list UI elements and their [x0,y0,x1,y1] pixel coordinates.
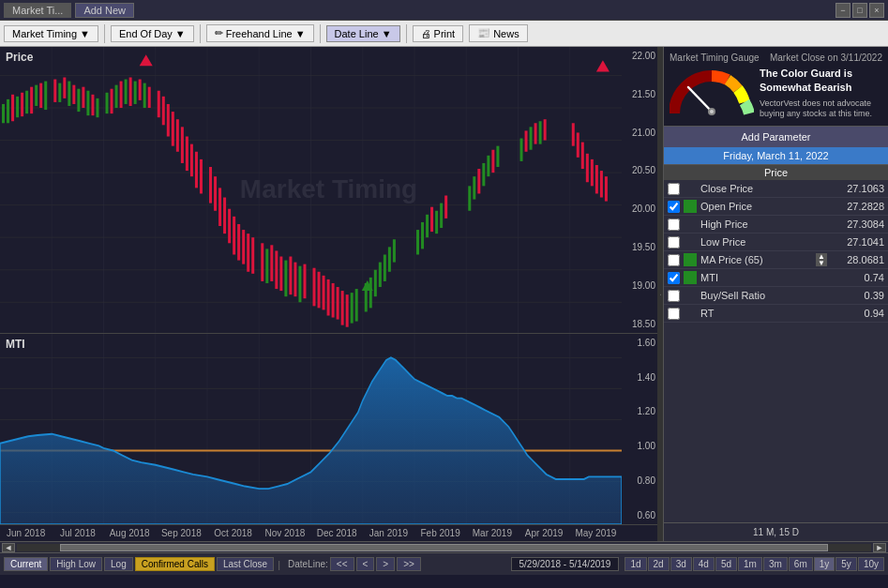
svg-rect-122 [591,159,594,186]
confirmed-calls-btn[interactable]: Confirmed Calls [135,557,215,571]
tr-5d[interactable]: 5d [715,557,737,571]
freehand-line-btn[interactable]: ✏ Freehand Line ▼ [206,24,314,42]
svg-rect-44 [125,80,128,104]
minimize-button[interactable]: − [835,3,850,18]
ma-price-down[interactable]: ▼ [816,260,827,266]
restore-button[interactable]: □ [852,3,867,18]
close-price-checkbox[interactable] [668,183,680,195]
low-price-checkbox[interactable] [668,236,680,249]
print-btn[interactable]: 🖨 Print [413,25,464,42]
chart-area: Price Market Timing [0,47,657,541]
market-timing-tab[interactable]: Market Ti... [4,3,71,18]
high-low-btn[interactable]: High Low [50,557,102,571]
svg-rect-82 [323,276,325,310]
ma-price-value: 28.0681 [833,254,884,265]
tr-1d[interactable]: 1d [625,557,646,571]
low-price-label: Low Price [700,236,829,248]
svg-rect-26 [35,85,38,106]
svg-rect-84 [332,283,335,318]
tr-5y[interactable]: 5y [835,557,857,571]
market-timing-btn[interactable]: Market Timing ▼ [4,25,98,42]
dateline-back-btn[interactable]: < [356,557,375,571]
svg-rect-88 [351,293,354,324]
svg-rect-61 [214,176,217,211]
svg-rect-87 [346,294,349,327]
mti-checkbox[interactable] [668,272,680,284]
svg-rect-51 [162,97,165,125]
end-of-day-btn[interactable]: End Of Day ▼ [111,25,194,42]
rt-checkbox[interactable] [668,308,680,320]
svg-rect-58 [195,152,198,188]
news-btn[interactable]: 📰 News [469,24,528,42]
price-y-label-5: 20.00 [624,204,655,214]
buy-sell-row: Buy/Sell Ratio 0.39 [664,287,888,305]
svg-rect-47 [139,80,142,100]
svg-rect-108 [482,163,485,186]
open-price-checkbox[interactable] [668,201,680,213]
svg-rect-24 [25,91,28,113]
buy-sell-checkbox[interactable] [668,290,680,302]
price-y-label-2: 21.50 [624,89,655,99]
close-button[interactable]: × [869,3,884,18]
ma-price-checkbox[interactable] [668,254,680,266]
x-label-nov2018: Nov 2018 [259,528,310,538]
svg-rect-113 [525,130,528,151]
tr-3m[interactable]: 3m [763,557,788,571]
x-label-may2019: May 2019 [570,528,622,538]
svg-rect-63 [223,198,226,234]
date-line-label: Date Line [335,28,379,39]
last-close-btn[interactable]: Last Close [217,557,274,571]
svg-rect-95 [384,254,386,280]
tr-6m[interactable]: 6m [789,557,813,571]
scroll-thumb[interactable] [60,544,829,551]
x-label-oct2018: Oct 2018 [207,528,259,538]
high-price-checkbox[interactable] [668,219,680,231]
svg-rect-101 [430,207,433,232]
tr-2d[interactable]: 2d [648,557,670,571]
svg-rect-94 [379,263,382,287]
price-chart-svg [0,47,622,333]
scroll-track[interactable] [17,544,871,551]
tr-3d[interactable]: 3d [670,557,692,571]
freehand-label: Freehand Line [226,28,293,39]
buy-sell-label: Buy/Sell Ratio [700,290,829,301]
horizontal-scrollbar[interactable]: ◄ ► [0,541,888,552]
right-panel: Market Timing Gauge Market Close on 3/11… [663,47,888,541]
svg-rect-35 [77,89,80,112]
add-parameter-button[interactable]: Add Parameter [664,127,888,147]
date-line-btn[interactable]: Date Line ▼ [326,25,400,42]
svg-rect-69 [251,237,254,274]
svg-rect-36 [82,87,84,108]
add-new-button[interactable]: Add New [75,3,134,18]
mti-chart[interactable]: MTI [0,334,657,524]
dateline-fwd-btn[interactable]: > [376,557,395,571]
scroll-left-button[interactable]: ◄ [2,543,15,552]
tr-1m[interactable]: 1m [738,557,762,571]
svg-rect-71 [265,249,268,283]
tr-10y[interactable]: 10y [858,557,884,571]
gauge-status: The Color Guard is Somewhat Bearish [760,67,882,96]
pencil-icon: ✏ [215,27,223,39]
svg-rect-40 [106,93,109,113]
log-btn[interactable]: Log [104,557,133,571]
tr-1y[interactable]: 1y [814,557,835,571]
svg-rect-49 [148,87,151,108]
svg-rect-68 [247,234,249,272]
mti-y-label-4: 1.00 [624,441,655,451]
svg-point-147 [710,110,714,113]
svg-rect-74 [279,257,282,292]
current-btn[interactable]: Current [4,557,48,571]
svg-rect-19 [2,104,5,123]
dateline-fwd2-btn[interactable]: >> [397,557,421,571]
tr-4d[interactable]: 4d [693,557,715,571]
low-price-value: 27.1041 [833,236,884,248]
sep1 [104,24,105,43]
svg-rect-45 [129,78,132,106]
svg-rect-85 [337,287,339,320]
gauge-subtitle: Market Close on 3/11/2022 [770,53,882,63]
scroll-right-button[interactable]: ► [873,543,886,552]
price-chart[interactable]: Price Market Timing [0,47,657,334]
dateline-back2-btn[interactable]: << [330,557,354,571]
mti-y-label-1: 1.60 [624,338,655,348]
svg-rect-123 [595,165,598,193]
